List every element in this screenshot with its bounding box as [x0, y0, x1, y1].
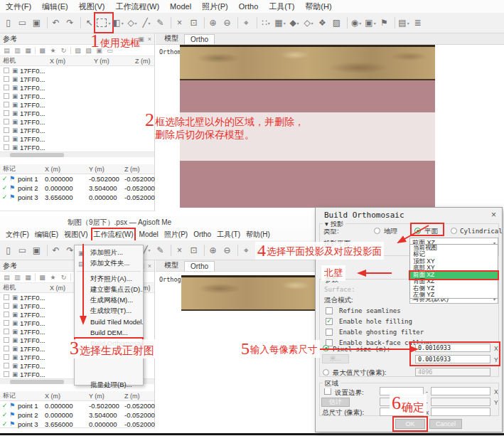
camera-checkbox[interactable]: [4, 346, 9, 351]
camera-checkbox[interactable]: [4, 68, 9, 73]
pixel-size-radio[interactable]: [323, 345, 329, 351]
separator[interactable]: [201, 243, 206, 258]
camera-row[interactable]: ▣ 17FF0...: [0, 126, 154, 134]
col-marker[interactable]: 标记: [0, 391, 45, 400]
pixel-size-y-field[interactable]: 0.0016933: [415, 355, 490, 363]
col-z[interactable]: Z (m): [124, 166, 150, 173]
show-markers-icon[interactable]: ⚑: [377, 15, 392, 31]
workflow-menu-item[interactable]: 建立密集点云(D)...: [75, 285, 143, 295]
separator[interactable]: [168, 243, 173, 258]
reset-view-icon[interactable]: ⌖: [240, 243, 254, 258]
open-project-icon[interactable]: ▭: [16, 243, 30, 258]
separator[interactable]: [235, 243, 240, 258]
save-icon[interactable]: ▣: [30, 243, 44, 258]
collapse-icon[interactable]: ▾: [325, 220, 328, 228]
menu-item[interactable]: 视图(V): [79, 1, 105, 12]
camera-checkbox[interactable]: [4, 102, 9, 107]
workflow-menu-item[interactable]: Build Tiled Model...: [75, 317, 143, 327]
col-z[interactable]: Z (m): [135, 58, 152, 65]
col-x[interactable]: X (m): [45, 166, 89, 173]
dropdown-option[interactable]: 左侧 YZ: [410, 292, 498, 299]
cylindrical-radio[interactable]: [451, 228, 457, 234]
menu-item[interactable]: 文件(F): [6, 1, 31, 12]
save-icon[interactable]: ▣: [30, 15, 44, 31]
camera-checkbox[interactable]: [4, 329, 9, 334]
col-camera[interactable]: 相机: [0, 56, 50, 65]
camera-row[interactable]: ▣ 17FF0...: [0, 83, 154, 92]
col-y[interactable]: Y (m): [94, 58, 135, 65]
zoom-out-icon[interactable]: ⊖: [220, 243, 235, 258]
texture-icon[interactable]: ❖: [316, 15, 330, 31]
col-camera[interactable]: 相机: [0, 283, 50, 292]
export-reference-icon[interactable]: ▥: [12, 272, 23, 282]
tiled-model-icon[interactable]: ▨: [330, 15, 344, 31]
camera-checkbox[interactable]: [4, 312, 9, 317]
camera-row[interactable]: ▣ 17FF0...: [0, 143, 154, 151]
scrollbar-thumb[interactable]: [10, 153, 64, 157]
camera-checkbox[interactable]: [4, 354, 9, 360]
camera-checkbox[interactable]: [4, 93, 9, 99]
open-project-icon[interactable]: ▭: [16, 15, 30, 31]
workflow-menu-item[interactable]: 生成纹理(T)...: [75, 306, 143, 317]
rectangle-selection-icon[interactable]: ▾: [97, 15, 111, 31]
camera-checkbox[interactable]: [4, 136, 9, 142]
show-cameras-icon[interactable]: ◉▾: [349, 15, 363, 31]
import-reference-icon[interactable]: ▤: [1, 272, 12, 282]
new-document-icon[interactable]: ▯: [1, 243, 16, 258]
col-y[interactable]: Y (m): [89, 166, 124, 173]
undo-icon[interactable]: ↶: [49, 15, 63, 31]
separator[interactable]: [44, 243, 49, 258]
import-reference-icon[interactable]: ▤: [1, 46, 12, 55]
mesh-shaded-icon[interactable]: ◆▾: [287, 15, 301, 31]
workflow-menu-item[interactable]: ▣添加照片...: [75, 248, 143, 258]
separator[interactable]: [254, 15, 259, 31]
ok-button[interactable]: OK: [395, 419, 425, 429]
checkbox[interactable]: [326, 307, 333, 314]
menu-item[interactable]: 编辑(E): [35, 230, 58, 240]
camera-checkbox[interactable]: [4, 127, 9, 133]
update-transform-icon[interactable]: ↻: [58, 272, 69, 282]
menu-item[interactable]: 照片(P): [164, 230, 188, 240]
menu-item[interactable]: 工作流程(W): [93, 230, 133, 240]
setup-boundaries-checkbox[interactable]: [324, 388, 331, 395]
delete-icon[interactable]: ×: [173, 243, 187, 258]
export-reference-icon[interactable]: ▥: [12, 46, 23, 55]
orthomosaic-icon[interactable]: ▤▾: [397, 15, 411, 31]
menu-item[interactable]: Ortho: [193, 230, 211, 238]
marker-row[interactable]: ✓ ⚑ point 3 3.656000 0.000000 -0.052000: [0, 193, 154, 202]
camera-checkbox[interactable]: [4, 294, 9, 300]
camera-checkbox[interactable]: [4, 85, 9, 90]
zoom-in-icon[interactable]: ⊕: [206, 243, 220, 258]
boundary-y-max-field[interactable]: [431, 398, 490, 406]
reset-view-icon[interactable]: ⌖: [240, 15, 254, 31]
camera-checkbox[interactable]: [4, 144, 9, 150]
optimize-cameras-icon[interactable]: ▩: [37, 46, 48, 55]
menu-item[interactable]: Model: [139, 230, 159, 238]
redo-icon[interactable]: ↷: [63, 15, 77, 31]
menu-item[interactable]: 工具(T): [269, 1, 294, 12]
view-tab[interactable]: Ortho: [184, 34, 215, 44]
marker-row[interactable]: ✓ ⚑ point 2 0.000000 3.504000 -0.052000: [0, 410, 154, 420]
draw-icon[interactable]: ✎: [154, 15, 168, 31]
menu-item[interactable]: 视图(V): [64, 230, 87, 240]
separator[interactable]: [44, 15, 49, 31]
checkbox[interactable]: [326, 329, 333, 336]
menu-item[interactable]: Model: [170, 2, 191, 11]
pixel-size-x-field[interactable]: 0.0016933: [415, 344, 490, 352]
cancel-button[interactable]: Cancel: [429, 419, 462, 429]
camera-row[interactable]: ▣ 17FF0...: [0, 109, 154, 117]
separator[interactable]: [392, 15, 397, 31]
menu-item[interactable]: 编辑(E): [42, 1, 68, 12]
col-x[interactable]: X (m): [50, 58, 94, 65]
ruler-icon[interactable]: ╱▾: [139, 15, 154, 31]
camera-row[interactable]: ▣ 17FF0...: [0, 66, 154, 75]
mesh-wireframe-icon[interactable]: ◇▾: [301, 15, 316, 31]
close-panel-icon[interactable]: ×: [148, 36, 151, 43]
scrollbar-thumb[interactable]: [10, 380, 64, 384]
camera-checkbox[interactable]: [4, 303, 9, 309]
marker-row[interactable]: ✓ ⚑ point 1 0.000000 -0.502000 -0.052000: [0, 401, 154, 410]
dense-cloud-icon[interactable]: ▦▾: [273, 15, 287, 31]
horizontal-scrollbar[interactable]: [0, 151, 154, 157]
marker-row[interactable]: ✓ ⚑ point 3 3.656000 0.000000 -0.052000: [0, 420, 154, 429]
point-cloud-icon[interactable]: ∷▾: [259, 15, 273, 31]
